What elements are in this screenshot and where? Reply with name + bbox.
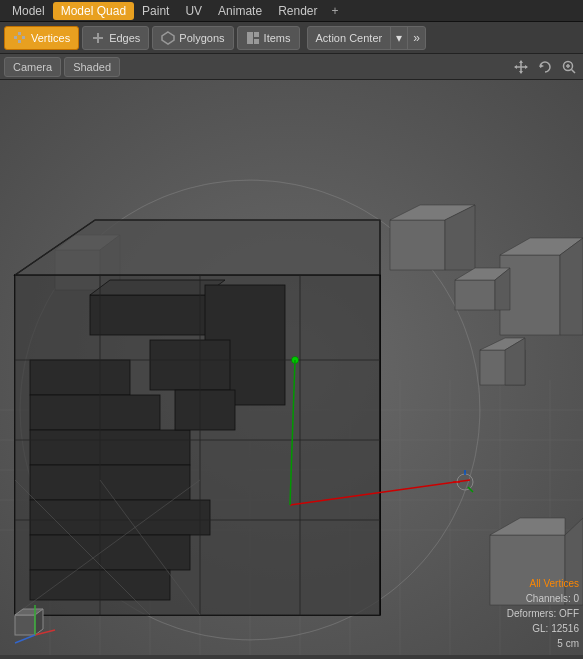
viewport[interactable]: All Vertices Channels: 0 Deformers: OFF … bbox=[0, 80, 583, 655]
scale-label: 5 cm bbox=[507, 636, 579, 651]
svg-rect-69 bbox=[150, 340, 230, 390]
secondary-toolbar: Camera Shaded bbox=[0, 54, 583, 80]
svg-rect-5 bbox=[97, 33, 99, 43]
polygons-icon bbox=[161, 31, 175, 45]
items-icon bbox=[246, 31, 260, 45]
deformers-label: Deformers: OFF bbox=[507, 606, 579, 621]
svg-rect-93 bbox=[15, 615, 35, 635]
menu-render[interactable]: Render bbox=[270, 2, 325, 20]
svg-line-18 bbox=[572, 69, 576, 73]
action-center-dropdown[interactable]: Action Center ▾ » bbox=[307, 26, 426, 50]
svg-rect-2 bbox=[22, 36, 25, 39]
axis-widget bbox=[10, 595, 60, 645]
zoom-icon[interactable] bbox=[559, 57, 579, 77]
polygons-button[interactable]: Polygons bbox=[152, 26, 233, 50]
action-center-arrow[interactable]: ▾ bbox=[390, 27, 407, 49]
menu-model[interactable]: Model bbox=[4, 2, 53, 20]
svg-rect-64 bbox=[30, 360, 130, 395]
edges-icon bbox=[91, 31, 105, 45]
svg-marker-6 bbox=[162, 32, 174, 44]
svg-rect-40 bbox=[390, 220, 445, 270]
svg-rect-72 bbox=[30, 535, 190, 570]
svg-rect-0 bbox=[14, 36, 17, 39]
channels-label: Channels: 0 bbox=[507, 591, 579, 606]
edges-button[interactable]: Edges bbox=[82, 26, 149, 50]
menu-model-quad[interactable]: Model Quad bbox=[53, 2, 134, 20]
svg-rect-65 bbox=[30, 395, 160, 430]
svg-rect-7 bbox=[247, 32, 253, 44]
svg-rect-46 bbox=[455, 280, 495, 310]
svg-marker-45 bbox=[560, 238, 583, 335]
action-center-label: Action Center bbox=[308, 32, 391, 44]
move-icon[interactable] bbox=[511, 57, 531, 77]
viewport-icons bbox=[511, 57, 579, 77]
svg-rect-1 bbox=[18, 32, 21, 35]
menu-animate[interactable]: Animate bbox=[210, 2, 270, 20]
all-vertices-label: All Vertices bbox=[507, 576, 579, 591]
menu-plus[interactable]: + bbox=[325, 2, 344, 20]
info-overlay: All Vertices Channels: 0 Deformers: OFF … bbox=[507, 576, 579, 651]
svg-rect-9 bbox=[254, 39, 259, 44]
items-button[interactable]: Items bbox=[237, 26, 300, 50]
svg-marker-14 bbox=[514, 65, 517, 69]
svg-line-98 bbox=[15, 635, 35, 643]
svg-marker-15 bbox=[525, 65, 528, 69]
menu-bar: Model Model Quad Paint UV Animate Render… bbox=[0, 0, 583, 22]
svg-marker-12 bbox=[519, 60, 523, 63]
svg-rect-67 bbox=[30, 465, 190, 500]
svg-marker-13 bbox=[519, 71, 523, 74]
shaded-button[interactable]: Shaded bbox=[64, 57, 120, 77]
svg-rect-71 bbox=[30, 500, 210, 535]
svg-rect-8 bbox=[254, 32, 259, 37]
svg-rect-62 bbox=[90, 295, 210, 335]
svg-rect-70 bbox=[175, 390, 235, 430]
svg-marker-16 bbox=[540, 64, 544, 68]
gl-label: GL: 12516 bbox=[507, 621, 579, 636]
action-center-double-arrow[interactable]: » bbox=[407, 27, 425, 49]
refresh-icon[interactable] bbox=[535, 57, 555, 77]
camera-button[interactable]: Camera bbox=[4, 57, 61, 77]
main-toolbar: Vertices Edges Polygons Items Action Cen… bbox=[0, 22, 583, 54]
menu-paint[interactable]: Paint bbox=[134, 2, 177, 20]
svg-rect-66 bbox=[30, 430, 190, 465]
vertices-icon bbox=[13, 31, 27, 45]
vertices-button[interactable]: Vertices bbox=[4, 26, 79, 50]
svg-rect-3 bbox=[18, 40, 21, 43]
menu-uv[interactable]: UV bbox=[177, 2, 210, 20]
